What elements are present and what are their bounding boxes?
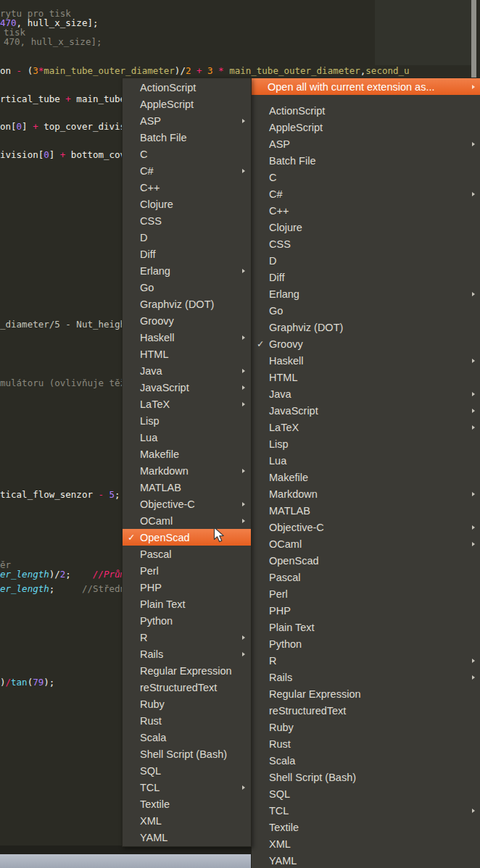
menu-item-perl[interactable]: Perl bbox=[252, 585, 480, 602]
menu-item-latex[interactable]: LaTeX bbox=[252, 419, 480, 435]
menu-item-c[interactable]: C bbox=[123, 146, 251, 162]
menu-item-openscad[interactable]: OpenScad bbox=[252, 552, 480, 569]
menu-item-textile[interactable]: Textile bbox=[123, 796, 251, 812]
menu-item-ruby[interactable]: Ruby bbox=[123, 696, 251, 712]
menu-item-markdown[interactable]: Markdown bbox=[252, 485, 480, 502]
menu-item-xml[interactable]: XML bbox=[252, 835, 480, 852]
menu-item-scala[interactable]: Scala bbox=[252, 752, 480, 769]
menu-item-css[interactable]: CSS bbox=[123, 212, 251, 229]
menu-item-go[interactable]: Go bbox=[123, 279, 251, 296]
menu-item-batch-file[interactable]: Batch File bbox=[252, 152, 480, 169]
menu-item-makefile[interactable]: Makefile bbox=[123, 446, 251, 462]
menu-item-rails[interactable]: Rails bbox=[123, 646, 251, 662]
menu-item-haskell[interactable]: Haskell bbox=[123, 329, 251, 346]
menu-item-c[interactable]: C++ bbox=[252, 202, 480, 219]
menu-item-objective-c[interactable]: Objective-C bbox=[123, 496, 251, 512]
menu-item-xml[interactable]: XML bbox=[123, 812, 251, 829]
menu-item-plain-text[interactable]: Plain Text bbox=[252, 619, 480, 635]
menu-item-graphviz-dot[interactable]: Graphviz (DOT) bbox=[252, 319, 480, 335]
menu-item-ocaml[interactable]: OCaml bbox=[123, 512, 251, 529]
menu-item-sql[interactable]: SQL bbox=[252, 785, 480, 802]
menu-item-yaml[interactable]: YAML bbox=[252, 852, 480, 868]
menu-item-markdown[interactable]: Markdown bbox=[123, 462, 251, 479]
menu-item-javascript[interactable]: JavaScript bbox=[123, 379, 251, 396]
menu-item-python[interactable]: Python bbox=[123, 612, 251, 629]
menu-item-groovy[interactable]: Groovy bbox=[123, 312, 251, 329]
menu-item-regular-expression[interactable]: Regular Expression bbox=[252, 685, 480, 702]
menu-item-clojure[interactable]: Clojure bbox=[123, 196, 251, 212]
menu-item-textile[interactable]: Textile bbox=[252, 819, 480, 835]
menu-item-asp[interactable]: ASP bbox=[123, 112, 251, 129]
menu-item-label: CSS bbox=[140, 215, 247, 227]
menu-item-tcl[interactable]: TCL bbox=[252, 802, 480, 819]
menu-item-lua[interactable]: Lua bbox=[123, 429, 251, 446]
menu-item-plain-text[interactable]: Plain Text bbox=[123, 596, 251, 612]
menu-item-open-all-with-current-extension-as[interactable]: Open all with current extension as... bbox=[252, 78, 480, 95]
menu-item-pascal[interactable]: Pascal bbox=[252, 569, 480, 585]
menu-item-asp[interactable]: ASP bbox=[252, 135, 480, 152]
menu-item-sql[interactable]: SQL bbox=[123, 762, 251, 779]
menu-item-html[interactable]: HTML bbox=[252, 369, 480, 385]
submenu-arrow-icon bbox=[472, 292, 475, 296]
menu-item-php[interactable]: PHP bbox=[123, 579, 251, 596]
menu-item-perl[interactable]: Perl bbox=[123, 562, 251, 579]
menu-item-c[interactable]: C bbox=[252, 169, 480, 185]
menu-item-c[interactable]: C++ bbox=[123, 179, 251, 196]
menu-item-python[interactable]: Python bbox=[252, 635, 480, 652]
minimap[interactable] bbox=[375, 0, 472, 65]
menu-item-applescript[interactable]: AppleScript bbox=[123, 96, 251, 112]
menu-item-label: Makefile bbox=[140, 448, 247, 460]
menu-item-r[interactable]: R bbox=[252, 652, 480, 669]
menu-item-latex[interactable]: LaTeX bbox=[123, 396, 251, 412]
menu-item-actionscript[interactable]: ActionScript bbox=[123, 79, 251, 96]
menu-item-shell-script-bash[interactable]: Shell Script (Bash) bbox=[123, 746, 251, 762]
menu-item-restructuredtext[interactable]: reStructuredText bbox=[123, 679, 251, 696]
menu-item-diff[interactable]: Diff bbox=[123, 246, 251, 262]
menu-item-erlang[interactable]: Erlang bbox=[123, 262, 251, 279]
menu-item-java[interactable]: Java bbox=[252, 385, 480, 402]
menu-item-matlab[interactable]: MATLAB bbox=[252, 502, 480, 519]
menu-item-label: D bbox=[140, 232, 247, 243]
menu-item-lua[interactable]: Lua bbox=[252, 452, 480, 469]
menu-item-erlang[interactable]: Erlang bbox=[252, 285, 480, 302]
menu-item-applescript[interactable]: AppleScript bbox=[252, 119, 480, 135]
menu-item-regular-expression[interactable]: Regular Expression bbox=[123, 662, 251, 679]
scrollbar[interactable] bbox=[471, 0, 476, 78]
menu-item-haskell[interactable]: Haskell bbox=[252, 352, 480, 369]
menu-item-go[interactable]: Go bbox=[252, 302, 480, 319]
menu-item-scala[interactable]: Scala bbox=[123, 729, 251, 746]
menu-item-css[interactable]: CSS bbox=[252, 235, 480, 252]
menu-item-label: OpenScad bbox=[269, 555, 476, 567]
menu-item-clojure[interactable]: Clojure bbox=[252, 219, 480, 235]
menu-item-actionscript[interactable]: ActionScript bbox=[252, 102, 480, 119]
menu-item-yaml[interactable]: YAML bbox=[123, 829, 251, 846]
menu-item-php[interactable]: PHP bbox=[252, 602, 480, 619]
menu-item-graphviz-dot[interactable]: Graphviz (DOT) bbox=[123, 296, 251, 312]
menu-item-c[interactable]: C# bbox=[123, 162, 251, 179]
menu-item-javascript[interactable]: JavaScript bbox=[252, 402, 480, 419]
menu-item-restructuredtext[interactable]: reStructuredText bbox=[252, 702, 480, 719]
menu-item-openscad[interactable]: ✓OpenScad bbox=[123, 529, 251, 546]
menu-item-rust[interactable]: Rust bbox=[252, 735, 480, 752]
menu-item-groovy[interactable]: ✓Groovy bbox=[252, 335, 480, 352]
menu-item-html[interactable]: HTML bbox=[123, 346, 251, 362]
menu-item-rails[interactable]: Rails bbox=[252, 669, 480, 685]
menu-item-lisp[interactable]: Lisp bbox=[123, 412, 251, 429]
menu-item-java[interactable]: Java bbox=[123, 362, 251, 379]
menu-item-c[interactable]: C# bbox=[252, 185, 480, 202]
menu-item-tcl[interactable]: TCL bbox=[123, 779, 251, 796]
menu-item-lisp[interactable]: Lisp bbox=[252, 435, 480, 452]
menu-item-makefile[interactable]: Makefile bbox=[252, 469, 480, 485]
menu-item-r[interactable]: R bbox=[123, 629, 251, 646]
menu-item-ruby[interactable]: Ruby bbox=[252, 719, 480, 735]
menu-item-matlab[interactable]: MATLAB bbox=[123, 479, 251, 496]
menu-item-objective-c[interactable]: Objective-C bbox=[252, 519, 480, 535]
menu-item-diff[interactable]: Diff bbox=[252, 269, 480, 285]
menu-item-d[interactable]: D bbox=[123, 229, 251, 246]
menu-item-d[interactable]: D bbox=[252, 252, 480, 269]
menu-item-shell-script-bash[interactable]: Shell Script (Bash) bbox=[252, 769, 480, 785]
menu-item-pascal[interactable]: Pascal bbox=[123, 546, 251, 562]
menu-item-rust[interactable]: Rust bbox=[123, 712, 251, 729]
menu-item-ocaml[interactable]: OCaml bbox=[252, 535, 480, 552]
menu-item-batch-file[interactable]: Batch File bbox=[123, 129, 251, 146]
